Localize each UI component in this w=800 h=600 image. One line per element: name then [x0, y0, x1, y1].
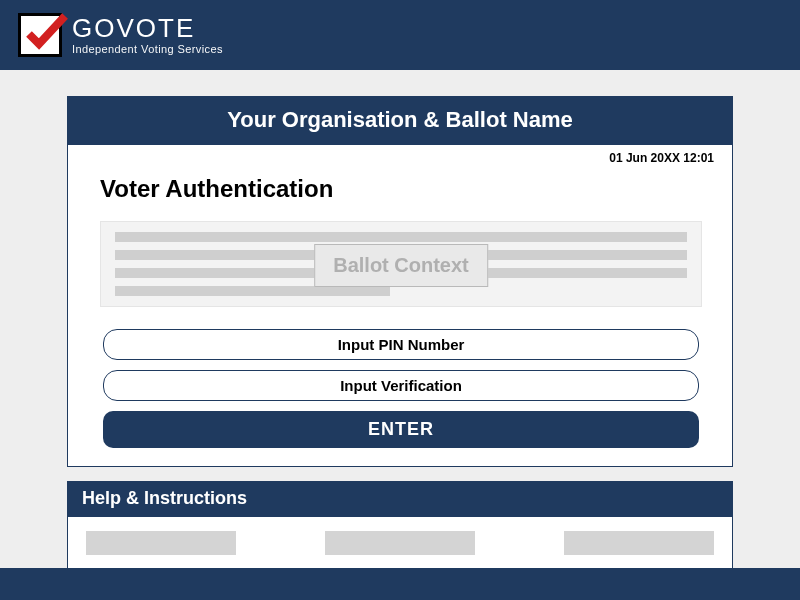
help-placeholder [325, 531, 475, 555]
card-header: Your Organisation & Ballot Name [68, 97, 732, 145]
verification-input[interactable]: Input Verification [103, 370, 699, 401]
brand-text: GOVOTE Independent Voting Services [72, 15, 223, 55]
help-card: Help & Instructions [67, 481, 733, 572]
top-banner: GOVOTE Independent Voting Services [0, 0, 800, 70]
placeholder-line [115, 286, 390, 296]
timestamp: 01 Jun 20XX 12:01 [609, 151, 714, 165]
placeholder-line [115, 232, 687, 242]
help-placeholder [564, 531, 714, 555]
logo-checkbox-icon [18, 13, 62, 57]
help-header: Help & Instructions [68, 482, 732, 517]
bottom-banner [0, 568, 800, 600]
brand-name: GOVOTE [72, 15, 223, 41]
page-title: Voter Authentication [100, 175, 710, 203]
help-body [68, 517, 732, 571]
card-body: 01 Jun 20XX 12:01 Voter Authentication B… [68, 145, 732, 466]
ballot-context-label: Ballot Context [314, 244, 488, 287]
pin-input[interactable]: Input PIN Number [103, 329, 699, 360]
brand-tagline: Independent Voting Services [72, 43, 223, 55]
ballot-context-box: Ballot Context [100, 221, 702, 307]
auth-card: Your Organisation & Ballot Name 01 Jun 2… [67, 96, 733, 467]
help-placeholder [86, 531, 236, 555]
enter-button[interactable]: ENTER [103, 411, 699, 448]
